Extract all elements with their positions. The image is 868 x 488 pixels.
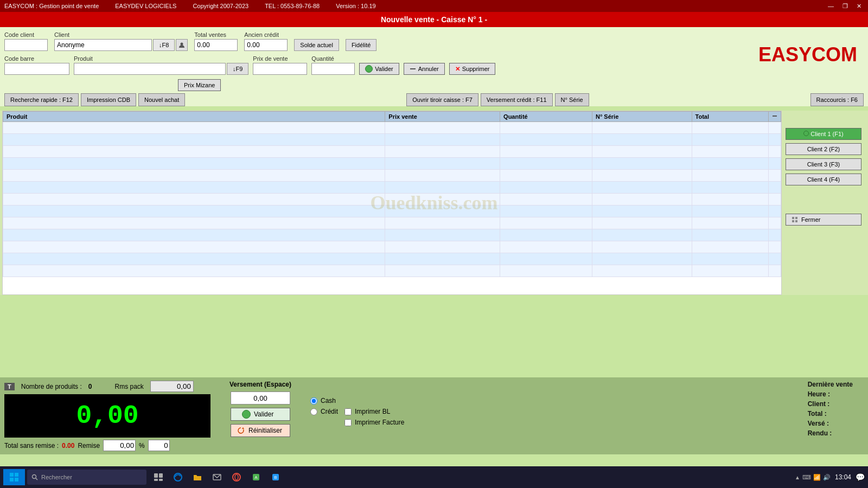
pct-input[interactable] [148, 440, 170, 451]
mail-icon [213, 473, 221, 481]
prix-mizane-button[interactable]: Prix Mizane [178, 79, 221, 91]
fermer-button[interactable]: Fermer [786, 214, 861, 226]
ouvrir-tiroir-button[interactable]: Ouvrir tiroir caisse : F7 [406, 93, 478, 106]
app6-icon: B [272, 473, 279, 481]
svg-rect-9 [15, 473, 18, 477]
tel: TEL : 0553-89-76-88 [265, 3, 320, 9]
valider-label: Valider [375, 66, 393, 72]
imprimer-facture-checkbox[interactable] [344, 419, 352, 426]
quantite-label: Quantité [311, 55, 355, 62]
solde-actuel-button[interactable]: Solde actuel [294, 39, 339, 51]
f8-button[interactable]: ↓F8 [153, 39, 175, 51]
maximize-button[interactable]: ❐ [840, 3, 850, 10]
f9-button[interactable]: ↓F9 [227, 63, 248, 75]
taskbar-right: ▲ ⌨ 📶 🔊 13:04 💬 [795, 473, 865, 481]
remise-label: Remise [78, 442, 100, 450]
dv-rendu-label: Rendu : [808, 429, 840, 437]
supprimer-label: Supprimer [462, 66, 490, 72]
taskbar-icons: A B [151, 470, 283, 485]
quantite-input[interactable] [311, 63, 355, 75]
versement-input[interactable] [231, 391, 290, 404]
table-row [3, 253, 781, 265]
ancien-credit-input[interactable] [244, 39, 288, 51]
reinit-icon [237, 426, 245, 435]
client1-button[interactable]: Client 1 (F1) [786, 128, 861, 140]
total-ventes-input[interactable] [194, 39, 238, 51]
fermer-icon [792, 216, 798, 223]
code-barre-input[interactable] [4, 63, 69, 75]
dv-total-label: Total : [808, 410, 840, 418]
versement-credit-button[interactable]: Versement crédit : F11 [481, 93, 553, 106]
quantite-group: Quantité [311, 55, 355, 75]
n-serie-button[interactable]: N° Série [555, 93, 589, 106]
mail-button[interactable] [209, 470, 225, 485]
app6-button[interactable]: B [268, 470, 283, 485]
opera-icon [232, 473, 241, 481]
valider-versement-icon [242, 410, 251, 419]
svg-rect-6 [795, 220, 797, 222]
annuler-button[interactable]: Annuler [404, 63, 445, 75]
produit-input[interactable] [74, 63, 226, 75]
t-badge: T [4, 383, 15, 390]
annuler-label: Annuler [418, 66, 439, 72]
credit-radio[interactable] [310, 408, 317, 415]
rms-pack-input[interactable] [150, 381, 194, 392]
col-header-prix: Prix vente [385, 112, 500, 122]
client2-button[interactable]: Client 2 (F2) [786, 143, 861, 155]
tray-arrow[interactable]: ▲ [795, 474, 800, 480]
client1-label: Client 1 (F1) [810, 131, 844, 137]
avatar-button[interactable] [176, 39, 188, 51]
total-sans-remise-label: Total sans remise : [4, 442, 59, 450]
app5-button[interactable]: A [248, 470, 264, 485]
edge-button[interactable] [170, 470, 186, 485]
client3-button[interactable]: Client 3 (F3) [786, 158, 861, 170]
nouvel-achat-button[interactable]: Nouvel achat [138, 93, 185, 106]
start-button[interactable] [3, 469, 25, 485]
code-client-input[interactable] [4, 39, 48, 51]
valider-versement-button[interactable]: Valider [231, 408, 290, 421]
prix-vente-input[interactable] [253, 63, 307, 75]
close-button[interactable]: ✕ [854, 3, 864, 10]
valider-button[interactable]: Valider [359, 63, 399, 75]
table-row [3, 241, 781, 253]
client2-label: Client 2 (F2) [807, 146, 840, 152]
derniere-vente: Dernière vente Heure : Client : Total : … [802, 381, 864, 437]
imprimer-bl-checkbox[interactable] [344, 408, 352, 415]
app-name: EASYCOM : Gestion point de vente [4, 3, 99, 9]
keyboard-icon: ⌨ [802, 474, 811, 481]
notification-button[interactable]: 💬 [856, 473, 865, 481]
supprimer-button[interactable]: ✕ Supprimer [449, 63, 496, 75]
impression-cdb-button[interactable]: Impression CDB [81, 93, 136, 106]
reinitialiser-button[interactable]: Réinitialiser [231, 424, 290, 437]
svg-text:A: A [254, 475, 258, 480]
taskview-button[interactable] [151, 470, 166, 485]
taskbar-time: 13:04 [835, 473, 851, 481]
reinitialiser-label: Réinitialiser [248, 427, 282, 434]
svg-rect-5 [792, 220, 794, 222]
cash-radio[interactable] [310, 397, 317, 404]
opera-button[interactable] [229, 470, 244, 485]
client3-label: Client 3 (F3) [807, 161, 840, 168]
copyright: Copyright 2007-2023 [193, 3, 248, 9]
col-header-del [769, 112, 781, 122]
svg-rect-3 [792, 217, 794, 219]
taskbar-search-box[interactable]: Rechercher [27, 470, 146, 485]
code-barre-group: Code barre [4, 55, 69, 75]
recherche-rapide-button[interactable]: Recherche rapide : F12 [4, 93, 79, 106]
raccourcis-button[interactable]: Raccourcis : F6 [810, 93, 864, 106]
minimize-button[interactable]: — [826, 3, 836, 9]
client4-button[interactable]: Client 4 (F4) [786, 174, 861, 185]
client-input[interactable] [54, 39, 152, 51]
table-row [3, 134, 781, 146]
title-bar-controls: — ❐ ✕ [826, 3, 864, 10]
explorer-button[interactable] [190, 470, 205, 485]
total-display-value: 0,00 [76, 401, 138, 431]
products-table[interactable]: Ouedkniss.com Produit Prix vente Quantit… [2, 111, 782, 295]
network-icon: 📶 [813, 474, 821, 481]
fidelite-button[interactable]: Fidélité [346, 39, 376, 51]
code-client-group: Code client [4, 31, 48, 51]
remise-input[interactable] [103, 440, 136, 451]
table-row [3, 182, 781, 194]
svg-point-12 [33, 475, 36, 479]
dv-verse: Versé : [808, 420, 853, 427]
